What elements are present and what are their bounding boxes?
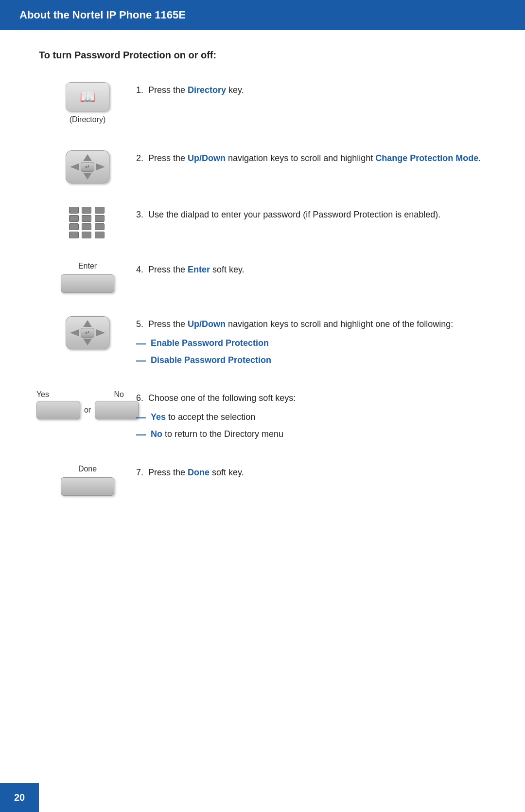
nav2-down-arrow bbox=[83, 339, 92, 345]
step-3: 3. Use the dialpad to enter your passwor… bbox=[39, 205, 486, 238]
header-bar: About the Nortel IP Phone 1165E bbox=[0, 0, 525, 30]
dialpad-key-1 bbox=[69, 207, 79, 214]
step-5: ↵ 5. Press the Up/Down navigation keys t… bbox=[39, 314, 486, 367]
nav-enter-btn: ↵ bbox=[81, 162, 94, 172]
dialpad-key-10 bbox=[69, 232, 79, 238]
step-2-changeprotection: Change Protection Mode bbox=[375, 153, 478, 163]
step-4-enter: Enter bbox=[188, 265, 210, 274]
nav-row-top bbox=[70, 154, 105, 161]
dialpad-key-6 bbox=[95, 215, 105, 222]
nav2-up-arrow bbox=[83, 320, 92, 327]
step-4: Enter 4. Press the Enter soft key. bbox=[39, 260, 486, 293]
nav-row-mid: ↵ bbox=[70, 162, 105, 172]
enable-password-label: Enable Password Protection bbox=[151, 336, 269, 350]
navpad2-icon: ↵ bbox=[66, 316, 109, 349]
footer-bar: 20 bbox=[0, 783, 39, 812]
dialpad-key-8 bbox=[82, 223, 91, 230]
step-1: 📖 (Directory) 1. Press the Directory key… bbox=[39, 80, 486, 127]
step-4-icon: Enter bbox=[39, 260, 136, 293]
step-3-text: 3. Use the dialpad to enter your passwor… bbox=[136, 205, 486, 222]
enter-softkey-icon bbox=[61, 274, 114, 293]
yes-no-labels: Yes No bbox=[36, 390, 124, 399]
step-6-no-option: — No to return to the Directory menu bbox=[136, 427, 486, 441]
step-5-option-enable: — Enable Password Protection bbox=[136, 336, 486, 350]
done-label: Done bbox=[78, 465, 97, 473]
step-5-option-disable: — Disable Password Protection bbox=[136, 353, 486, 367]
done-softkey-icon bbox=[61, 477, 114, 496]
or-text: or bbox=[84, 406, 91, 415]
enter-label: Enter bbox=[78, 262, 97, 271]
step-6-text: 6. Choose one of the following soft keys… bbox=[136, 388, 486, 441]
section-title: To turn Password Protection on or off: bbox=[39, 50, 486, 61]
directory-button-icon: 📖 bbox=[66, 82, 109, 111]
book-icon: 📖 bbox=[80, 90, 95, 105]
no-label: No bbox=[114, 390, 123, 399]
directory-label: (Directory) bbox=[70, 115, 106, 124]
step-6-icon: Yes No or bbox=[39, 388, 136, 419]
yes-no-row: Yes No or bbox=[36, 390, 139, 419]
yes-no-buttons: or bbox=[36, 401, 139, 419]
nav-right-arrow bbox=[96, 163, 105, 170]
step-6: Yes No or 6. Choose one of the following… bbox=[39, 388, 486, 441]
yes-label: Yes bbox=[36, 390, 49, 399]
step-7: Done 7. Press the Done soft key. bbox=[39, 463, 486, 496]
dialpad-key-11 bbox=[82, 232, 91, 238]
step-7-done: Done bbox=[188, 468, 210, 477]
step-5-text: 5. Press the Up/Down navigation keys to … bbox=[136, 314, 486, 367]
dialpad-key-3 bbox=[95, 207, 105, 214]
dialpad-key-4 bbox=[69, 215, 79, 222]
dialpad-icon bbox=[69, 207, 106, 238]
step-6-yes-option: — Yes to accept the selection bbox=[136, 410, 486, 424]
nav2-right-arrow bbox=[96, 329, 105, 336]
dialpad-key-2 bbox=[82, 207, 91, 214]
step-3-icon bbox=[39, 205, 136, 238]
step-5-updown: Up/Down bbox=[188, 319, 226, 329]
header-title: About the Nortel IP Phone 1165E bbox=[19, 9, 186, 21]
nav-left-arrow bbox=[70, 163, 79, 170]
step-7-icon: Done bbox=[39, 463, 136, 496]
dialpad-key-7 bbox=[69, 223, 79, 230]
step-6-yes: Yes bbox=[151, 412, 166, 422]
yes-button-icon bbox=[36, 401, 80, 419]
disable-password-label: Disable Password Protection bbox=[151, 353, 271, 367]
dialpad-key-5 bbox=[82, 215, 91, 222]
nav-up-arrow bbox=[83, 154, 92, 161]
nav-row-bot bbox=[70, 173, 105, 180]
main-content: To turn Password Protection on or off: 📖… bbox=[0, 30, 525, 556]
dialpad-key-12 bbox=[95, 232, 105, 238]
navpad-icon: ↵ bbox=[66, 150, 109, 183]
step-1-link: Directory bbox=[188, 85, 226, 95]
no-button-icon bbox=[95, 401, 139, 419]
step-1-icon: 📖 (Directory) bbox=[39, 80, 136, 127]
step-4-text: 4. Press the Enter soft key. bbox=[136, 260, 486, 277]
step-2-icon: ↵ bbox=[39, 148, 136, 183]
nav-down-arrow bbox=[83, 173, 92, 180]
page-number: 20 bbox=[14, 792, 25, 803]
step-7-text: 7. Press the Done soft key. bbox=[136, 463, 486, 480]
nav-enter-symbol: ↵ bbox=[85, 163, 90, 170]
step-2-updown: Up/Down bbox=[188, 153, 226, 163]
dialpad-key-9 bbox=[95, 223, 105, 230]
step-5-icon: ↵ bbox=[39, 314, 136, 349]
step-6-no: No bbox=[151, 429, 162, 439]
step-2: ↵ 2. Press the Up/Down navigation keys t… bbox=[39, 148, 486, 183]
step-1-text: 1. Press the Directory key. bbox=[136, 80, 486, 97]
step-2-text: 2. Press the Up/Down navigation keys to … bbox=[136, 148, 486, 165]
nav2-left-arrow bbox=[70, 329, 79, 336]
